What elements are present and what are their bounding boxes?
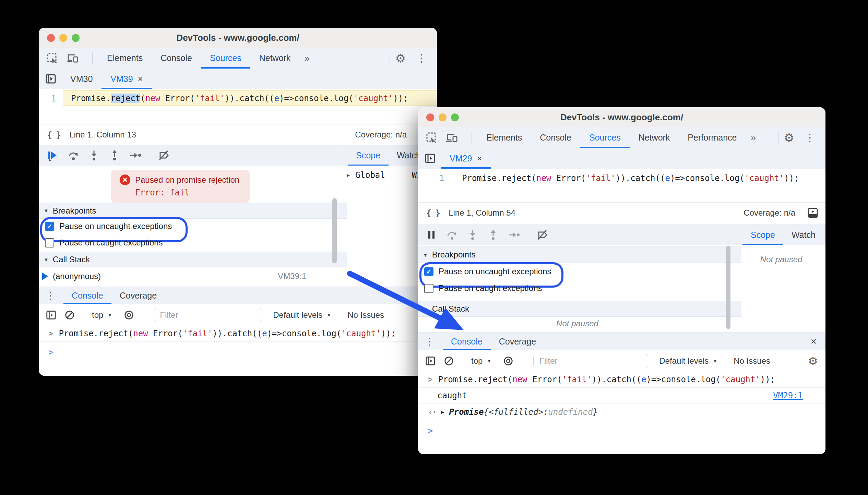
pretty-print-icon[interactable]: { } [426,208,440,218]
tab-watch[interactable]: Watch [783,224,824,245]
console-filter-input[interactable] [154,308,262,322]
live-expression-eye-icon[interactable] [123,310,134,321]
toggle-navigator-sidebar-icon[interactable] [424,153,436,164]
tab-sources[interactable]: Sources [580,127,630,148]
clear-console-icon[interactable] [64,310,75,321]
settings-gear-icon[interactable]: ⚙ [395,52,406,64]
tab-console[interactable]: Console [531,127,580,148]
zoom-window-button[interactable] [451,113,459,121]
clear-console-icon[interactable] [443,355,454,366]
devtools-main-toolbar: Elements Console Sources Network Perform… [418,127,825,148]
tab-console[interactable]: Console [152,48,201,69]
deactivate-breakpoints-icon[interactable] [536,229,549,241]
deactivate-breakpoints-icon[interactable] [158,149,170,161]
context-selector[interactable]: top ▼ [471,356,491,366]
pretty-print-icon[interactable]: { } [47,130,60,140]
file-tab-vm29[interactable]: VM29 × [441,148,491,169]
close-drawer-icon[interactable]: × [811,333,817,350]
expand-icon[interactable]: ▶ [441,409,444,415]
close-file-tab-icon[interactable]: × [138,74,143,84]
tab-elements[interactable]: Elements [477,127,531,148]
tab-scope[interactable]: Scope [348,145,389,166]
pause-on-uncaught-checkbox[interactable] [45,222,54,231]
drawer-tab-console[interactable]: Console [63,287,111,304]
expand-icon[interactable]: ▶ [347,172,350,178]
toolbar-divider [778,131,778,144]
call-stack-frame[interactable]: (anonymous) VM39:1 [39,268,342,284]
resume-script-icon[interactable] [46,149,59,161]
device-toolbar-icon[interactable] [445,132,459,144]
collapse-icon[interactable]: ▼ [44,257,49,263]
call-stack-section-header[interactable]: ▼ Call Stack [39,252,347,267]
issues-counter[interactable]: No Issues [734,356,770,366]
console-result-row[interactable]: ‹· ▶ Promise {<fulfilled>: undefined } [418,404,825,420]
console-sidebar-icon[interactable] [46,310,57,321]
step-over-icon[interactable] [68,149,79,161]
drawer-tab-coverage[interactable]: Coverage [111,287,165,304]
source-editor[interactable]: 1 Promise.reject(new Error('fail')).catc… [39,89,437,124]
input-chevron-icon: > [428,375,432,384]
step-over-icon[interactable] [446,229,458,241]
zoom-window-button[interactable] [72,34,80,42]
console-filter-input[interactable] [533,354,648,368]
collapse-icon[interactable]: ▼ [423,252,428,258]
drawer-menu-icon[interactable]: ⋮ [46,291,55,301]
live-expression-eye-icon[interactable] [503,355,514,366]
source-location-link[interactable]: VM29:1 [773,391,803,400]
close-window-button[interactable] [426,113,434,121]
console-sidebar-icon[interactable] [425,355,436,366]
collapse-icon[interactable]: ▼ [44,208,49,214]
tab-label: Scope [751,230,775,240]
pause-on-caught-row[interactable]: Pause on caught exceptions [45,238,163,248]
more-tabs-icon[interactable]: » [746,127,760,148]
tab-performance[interactable]: Performance [679,127,746,148]
close-file-tab-icon[interactable]: × [477,153,482,164]
file-tab-vm39[interactable]: VM39 × [102,69,152,89]
more-options-icon[interactable]: ⋮ [794,132,815,143]
device-toolbar-icon[interactable] [66,52,79,64]
more-options-icon[interactable]: ⋮ [406,53,427,63]
tab-elements[interactable]: Elements [98,48,152,69]
window-titlebar[interactable]: DevTools - www.google.com/ [39,28,437,48]
minimize-window-button[interactable] [439,113,447,121]
file-tab-vm30[interactable]: VM30 [61,69,102,89]
console-prompt-row[interactable]: > [418,420,825,439]
step-out-icon[interactable] [487,229,499,241]
code-token: Promise. [71,94,111,103]
tab-label: Console [72,291,103,301]
step-out-icon[interactable] [109,149,120,161]
debug-sidebar-tabs: Scope Watch [737,224,825,245]
step-icon[interactable] [508,229,520,241]
source-editor[interactable]: 1 Promise.reject(new Error('fail')).catc… [418,169,825,202]
context-selector[interactable]: top ▼ [92,310,112,320]
close-window-button[interactable] [47,34,55,42]
tab-sources[interactable]: Sources [201,48,250,69]
inspect-element-icon[interactable] [46,52,59,64]
toggle-drawer-icon[interactable] [807,207,819,219]
scrollbar-thumb[interactable] [726,246,730,329]
toggle-navigator-sidebar-icon[interactable] [45,73,57,85]
code-token: ( [531,173,536,183]
drawer-tab-coverage[interactable]: Coverage [491,333,544,350]
settings-gear-icon[interactable]: ⚙ [784,132,794,144]
console-settings-gear-icon[interactable]: ⚙ [808,355,818,366]
window-titlebar[interactable]: DevTools - www.google.com/ [418,107,825,128]
more-tabs-icon[interactable]: » [299,48,314,69]
tab-network[interactable]: Network [250,48,300,69]
default-levels-dropdown[interactable]: Default levels ▼ [273,310,331,320]
scrollbar-thumb[interactable] [332,198,337,263]
pause-on-caught-checkbox[interactable] [45,238,54,248]
step-into-icon[interactable] [88,149,100,161]
step-icon[interactable] [129,149,142,161]
console-output[interactable]: > Promise.reject(new Error('fail')).catc… [418,372,825,454]
breakpoints-section-header[interactable]: ▼ Breakpoints [39,203,347,219]
current-frame-icon [42,273,48,280]
pause-script-icon[interactable] [426,229,437,241]
default-levels-dropdown[interactable]: Default levels ▼ [659,356,717,366]
minimize-window-button[interactable] [59,34,67,42]
pause-on-uncaught-row[interactable]: Pause on uncaught exceptions [45,221,172,231]
step-into-icon[interactable] [467,229,478,241]
tab-network[interactable]: Network [630,127,679,148]
inspect-element-icon[interactable] [426,132,438,144]
tab-scope[interactable]: Scope [742,224,783,245]
